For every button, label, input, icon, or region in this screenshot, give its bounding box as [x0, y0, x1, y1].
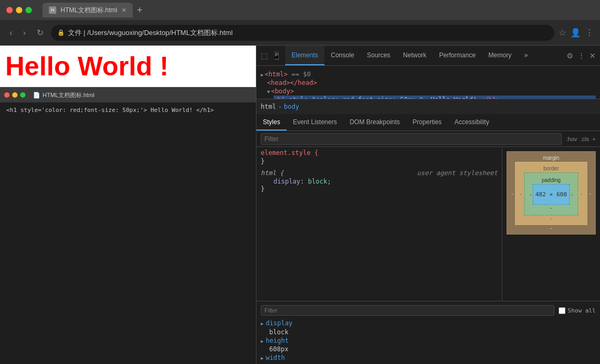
computed-display-name: display — [265, 319, 293, 327]
show-all-input[interactable] — [559, 307, 565, 314]
browser-tab[interactable]: H HTML文档图标.html ✕ — [42, 3, 133, 18]
tab-performance[interactable]: Performance — [433, 46, 482, 65]
tab-title: HTML文档图标.html — [61, 6, 117, 15]
styles-tab-styles[interactable]: Styles — [256, 114, 287, 131]
styles-filter-bar: :hov .cls + — [256, 131, 600, 147]
computed-height-property: ▶ height — [261, 337, 596, 345]
editor-maximize-button[interactable] — [20, 92, 25, 98]
tab-sources[interactable]: Sources — [361, 46, 397, 65]
tab-memory-label: Memory — [488, 51, 511, 59]
user-agent-comment: user agent stylesheet — [417, 169, 498, 178]
box-model-panel: margin - border - — [502, 147, 600, 301]
new-tab-button[interactable]: + — [137, 5, 143, 16]
editor-close-button[interactable] — [4, 92, 10, 98]
styles-tab-event-listeners[interactable]: Event Listeners — [287, 114, 344, 131]
main-area: Hello World ! 📄 HTML文档图标.html <h1 style=… — [0, 46, 600, 364]
border-bottom-val: - — [519, 215, 583, 221]
display-prop-name: display — [273, 178, 301, 185]
computed-triangle-icon: ▶ — [261, 321, 263, 326]
triangle-body-icon: ▼ — [267, 89, 270, 94]
computed-display-property: ▶ display — [261, 319, 596, 327]
html-style-close: } — [261, 185, 498, 193]
profile-icon[interactable]: 👤 — [570, 28, 581, 38]
address-bar[interactable]: 🔒 文件 | /Users/wuguoxing/Desktop/HTML文档图标… — [51, 25, 554, 41]
styles-tab-properties[interactable]: Properties — [406, 114, 448, 131]
tab-sources-label: Sources — [367, 51, 390, 59]
show-all-checkbox[interactable]: Show all — [559, 307, 596, 314]
triangle-icon: ▶ — [261, 72, 263, 77]
tab-close-icon[interactable]: ✕ — [122, 7, 126, 14]
tab-network[interactable]: Network — [397, 46, 433, 65]
editor-traffic-lights — [4, 92, 25, 98]
content-box: 482 × 608 — [533, 184, 570, 205]
add-style-button[interactable]: + — [593, 136, 596, 142]
tab-bar: H HTML文档图标.html ✕ + — [42, 3, 594, 18]
breadcrumb-separator: › — [278, 103, 282, 110]
computed-height-triangle-icon: ▶ — [261, 339, 263, 344]
editor-minimize-button[interactable] — [12, 92, 18, 98]
computed-height-name: height — [265, 337, 288, 344]
margin-sides: - border - padding — [510, 162, 592, 225]
traffic-lights — [6, 7, 32, 13]
elements-tree: ▶<html> == $0 <head></head> ▼<body> <h1 … — [256, 66, 600, 99]
tab-network-label: Network — [403, 51, 426, 59]
close-devtools-icon[interactable]: ✕ — [589, 51, 596, 60]
editor-filename: HTML文档图标.html — [42, 91, 95, 99]
tab-memory[interactable]: Memory — [482, 46, 518, 65]
elements-line-html[interactable]: ▶<html> == $0 — [261, 70, 596, 79]
minimize-button[interactable] — [16, 7, 22, 13]
cls-filter-button[interactable]: .cls — [580, 136, 589, 142]
computed-filter-input[interactable] — [261, 305, 554, 316]
element-style-selector: element.style { — [261, 149, 498, 157]
elements-line-head[interactable]: <head></head> — [267, 79, 596, 87]
devtools-panel: ⬚ 📱 Elements Console Sources Network Per… — [256, 46, 600, 364]
computed-width-triangle-icon: ▶ — [261, 356, 263, 361]
padding-bottom-val: - — [529, 205, 574, 211]
tab-console[interactable]: Console — [324, 46, 361, 65]
computed-height-value: 608px — [269, 345, 596, 353]
devtools-icons: ⬚ 📱 — [261, 51, 281, 60]
lock-icon: 🔒 — [57, 29, 65, 36]
devtools-topbar: ⬚ 📱 Elements Console Sources Network Per… — [256, 46, 600, 66]
breadcrumb-bar: html › body — [256, 99, 600, 114]
content-size: 482 × 608 — [535, 191, 567, 198]
html-selector: html { — [261, 169, 284, 177]
styles-filter-input[interactable] — [261, 133, 562, 145]
border-right-val: - — [580, 191, 582, 197]
styles-main: element.style { } html { user agent styl… — [256, 147, 600, 301]
breadcrumb-html[interactable]: html — [261, 103, 276, 110]
more-options-icon[interactable]: ⋮ — [578, 51, 585, 60]
file-icon: 📄 — [33, 92, 40, 99]
padding-label: padding — [529, 177, 574, 183]
settings-icon[interactable]: ⚙ — [567, 51, 573, 60]
close-button[interactable] — [6, 7, 13, 13]
maximize-button[interactable] — [25, 7, 32, 13]
menu-icon[interactable]: ⋮ — [585, 28, 594, 38]
breadcrumb-body[interactable]: body — [284, 103, 299, 110]
device-icon[interactable]: 📱 — [272, 51, 281, 60]
padding-right-val: - — [571, 192, 572, 197]
title-bar: H HTML文档图标.html ✕ + — [0, 0, 600, 20]
hello-world-heading: Hello World ! — [5, 51, 251, 82]
hov-filter-button[interactable]: :hov — [566, 136, 577, 142]
styles-tab-dom-breakpoints[interactable]: DOM Breakpoints — [343, 114, 406, 131]
tab-more-label: » — [524, 51, 528, 59]
tab-more[interactable]: » — [518, 46, 534, 65]
element-style-close: } — [261, 158, 498, 165]
forward-button[interactable]: › — [20, 26, 29, 40]
computed-filter: Show all — [261, 304, 596, 317]
inspect-icon[interactable]: ⬚ — [261, 51, 268, 60]
browser-chrome: H HTML文档图标.html ✕ + ‹ › ↻ 🔒 文件 | /Users/… — [0, 0, 600, 46]
styles-tabs: Styles Event Listeners DOM Breakpoints P… — [256, 114, 600, 131]
back-button[interactable]: ‹ — [6, 26, 15, 40]
elements-line-body-open[interactable]: ▼<body> — [267, 87, 596, 96]
computed-width-name: width — [265, 354, 285, 361]
margin-bottom-val: - — [510, 225, 592, 231]
computed-width-property: ▶ width — [261, 354, 596, 362]
tab-elements[interactable]: Elements — [285, 46, 324, 65]
refresh-button[interactable]: ↻ — [33, 25, 47, 40]
star-icon[interactable]: ☆ — [559, 28, 566, 38]
margin-box: margin - border - — [507, 151, 596, 235]
styles-tab-accessibility[interactable]: Accessibility — [448, 114, 495, 131]
source-editor: 📄 HTML文档图标.html <h1 style='color: red;fo… — [0, 87, 256, 364]
